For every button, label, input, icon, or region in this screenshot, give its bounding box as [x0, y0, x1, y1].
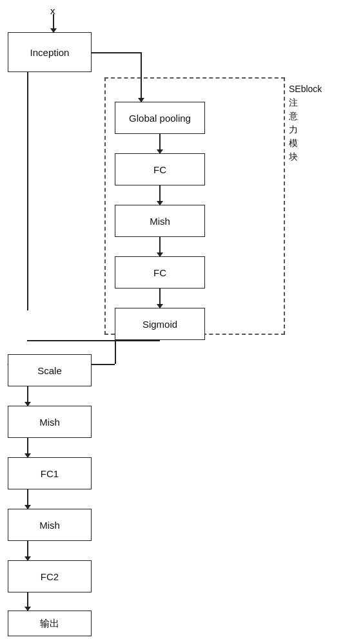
output-block: 输出 [8, 611, 92, 636]
diagram: x Inception SEblock注意力模块 Global pooling … [0, 0, 343, 644]
arrow-fc1se-to-mish1se [159, 185, 161, 205]
arrow-fc2-to-output [27, 592, 28, 611]
arrow-scale-to-mish1 [27, 386, 28, 406]
global-pooling-block: Global pooling [115, 102, 205, 134]
seblock-label: SEblock注意力模块 [289, 82, 322, 164]
mish2-block: Mish [8, 509, 92, 541]
arrow-mish1se-to-fc2se [159, 237, 161, 256]
fc1-se-block: FC [115, 153, 205, 185]
arrow-fc2se-to-sigmoid [159, 289, 161, 308]
mish1-se-block: Mish [115, 205, 205, 237]
arrow-mish1-to-fc1 [27, 438, 28, 457]
arrow-gp-to-fc1se [159, 134, 161, 153]
line-sigmoid-to-scale-h [27, 340, 160, 341]
line-sigmoid-down [115, 340, 116, 364]
fc2-se-block: FC [115, 256, 205, 289]
sigmoid-block: Sigmoid [115, 308, 205, 340]
inception-block: Inception [8, 32, 92, 72]
mish1-block: Mish [8, 406, 92, 438]
arrow-mish2-to-fc2 [27, 541, 28, 560]
scale-block: Scale [8, 354, 92, 386]
fc2-block: FC2 [8, 560, 92, 592]
line-inception-to-scale [27, 72, 28, 310]
arrow-fc1-to-mish2 [27, 489, 28, 509]
line-inception-right-h [92, 52, 142, 53]
arrow-x-to-inception [53, 14, 54, 32]
fc1-block: FC1 [8, 457, 92, 489]
